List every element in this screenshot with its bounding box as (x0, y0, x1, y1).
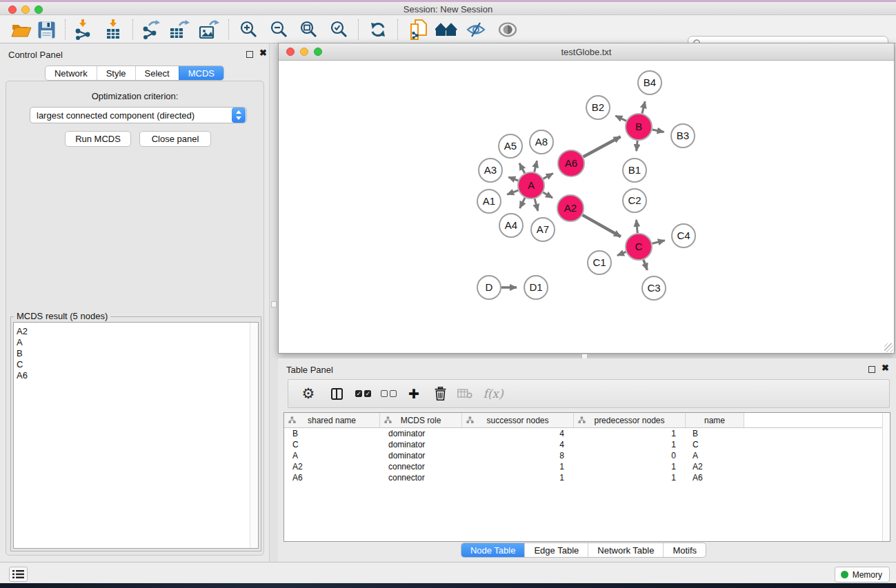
table-cell: C (284, 440, 380, 449)
select-all-columns-button[interactable] (351, 382, 375, 405)
graph-edge-A2-C[interactable] (582, 215, 620, 236)
function-builder-icon: f(x) (483, 387, 503, 401)
table-panel-title: Table Panel (286, 365, 333, 375)
tab-mcds[interactable]: MCDS (179, 66, 223, 80)
table-cell: B (284, 429, 380, 438)
plus-icon: ✚ (408, 387, 419, 401)
list-icon (12, 569, 24, 579)
optimization-criterion-select[interactable]: largest connected component (directed) (30, 107, 247, 123)
table-row[interactable]: Adominator80A (284, 450, 890, 461)
tab-motifs[interactable]: Motifs (663, 543, 706, 557)
mcds-result-item[interactable]: A2 (14, 326, 258, 337)
column-header-predecessor-nodes[interactable]: predecessor nodes (574, 413, 686, 427)
export-network-button[interactable] (138, 18, 163, 41)
optimization-criterion-label: Optimization criterion: (6, 91, 263, 101)
task-history-button[interactable] (9, 567, 28, 582)
table-scrollbar[interactable] (882, 413, 890, 541)
graph-edge-A-A7[interactable] (535, 199, 538, 211)
window-titlebar: Session: New Session (0, 2, 896, 15)
table-cell: B (686, 429, 744, 438)
deselect-all-columns-button[interactable] (377, 382, 400, 405)
graph-edge-A-A1[interactable] (507, 190, 518, 194)
table-cell: dominator (380, 429, 462, 438)
graph-edge-C-C3[interactable] (644, 260, 647, 270)
open-session-button[interactable] (9, 18, 34, 41)
add-column-button[interactable]: ✚ (402, 382, 426, 405)
table-row[interactable]: A6connector11A6 (284, 472, 890, 483)
table-row[interactable]: Cdominator41C (284, 439, 890, 450)
graph-edge-A-A3[interactable] (508, 177, 518, 181)
new-network-from-file-button[interactable] (406, 18, 431, 41)
table-cell: connector (380, 462, 462, 472)
session-title: Session: New Session (0, 4, 896, 14)
export-table-button[interactable] (167, 18, 192, 41)
float-panel-icon[interactable] (246, 51, 253, 58)
table-panel: Table Panel ✖ ⚙ ✚ (278, 358, 896, 562)
graph-edge-A-A2[interactable] (543, 192, 552, 198)
graph-node-label-A5: A5 (504, 140, 517, 152)
column-header-successor-nodes[interactable]: successor nodes (462, 413, 574, 427)
column-header-shared-name[interactable]: shared name (284, 413, 380, 427)
resize-grip-icon[interactable] (884, 343, 893, 352)
table-body: Bdominator41BCdominator41CAdominator80AA… (284, 428, 890, 483)
graph-edge-A-A5[interactable] (519, 163, 525, 174)
graph-edge-C-C1[interactable] (617, 252, 626, 255)
tab-network-table[interactable]: Network Table (588, 543, 663, 557)
network-window-titlebar[interactable]: testGlobe.txt (279, 43, 894, 61)
graph-edge-B-B1[interactable] (637, 141, 637, 151)
toolbar-separator (228, 19, 229, 40)
zoom-fit-button[interactable] (297, 18, 321, 41)
import-network-button[interactable] (70, 18, 95, 41)
zoom-out-button[interactable] (267, 18, 292, 41)
graph-edge-C-C2[interactable] (636, 220, 637, 233)
split-view-button[interactable] (325, 382, 348, 405)
hide-graphics-details-button[interactable] (464, 18, 488, 41)
close-table-panel-icon[interactable]: ✖ (882, 363, 889, 373)
import-table-button[interactable] (101, 18, 126, 41)
network-canvas[interactable]: B4B2BB3A8A5A6A3B1AA1C2A2A4A7C4CC1C3DD1 (279, 61, 894, 353)
save-session-button[interactable] (34, 18, 59, 41)
export-image-button[interactable] (197, 18, 221, 41)
show-view-button[interactable] (495, 18, 520, 41)
graph-edge-B-B4[interactable] (642, 101, 645, 113)
delete-column-button[interactable] (428, 382, 452, 405)
zoom-fit-icon (300, 21, 318, 39)
graph-edge-A6-B[interactable] (584, 136, 621, 156)
mcds-list-scrollbar[interactable] (250, 323, 258, 548)
table-settings-button[interactable]: ⚙ (297, 382, 320, 405)
mcds-result-item[interactable]: B (14, 348, 258, 359)
graph-edge-A-A8[interactable] (535, 161, 537, 172)
zoom-in-button[interactable] (237, 18, 261, 41)
graph-edge-B-B2[interactable] (615, 116, 626, 121)
table-row[interactable]: Bdominator41B (284, 428, 890, 439)
graph-edge-A-A6[interactable] (544, 173, 553, 179)
graph-edge-B-B3[interactable] (653, 130, 664, 132)
memory-button[interactable]: Memory (835, 567, 890, 582)
checked-boxes-icon (354, 387, 372, 400)
float-table-panel-icon[interactable] (868, 366, 875, 373)
close-panel-button[interactable]: Close panel (139, 131, 211, 147)
vertical-split-handle[interactable] (271, 301, 277, 307)
tab-select[interactable]: Select (135, 66, 179, 80)
select-stepper-icon (232, 108, 246, 123)
run-mcds-button[interactable]: Run MCDS (65, 131, 131, 147)
table-row[interactable]: A2connector11A2 (284, 461, 890, 472)
refresh-button[interactable] (366, 18, 390, 41)
save-floppy-icon (38, 21, 55, 39)
close-panel-icon[interactable]: ✖ (259, 48, 267, 58)
tab-edge-table[interactable]: Edge Table (524, 543, 588, 557)
network-view-window: testGlobe.txt B4B2BB3A8A5A6A3B1AA1C2A2A4… (278, 43, 895, 354)
graph-edge-A-A4[interactable] (520, 198, 526, 208)
zoom-selected-button[interactable] (327, 18, 352, 41)
table-toolbar: ⚙ ✚ (288, 379, 890, 408)
mcds-result-item[interactable]: C (14, 359, 258, 370)
column-header-MCDS-role[interactable]: MCDS role (380, 413, 462, 427)
graph-edge-C-C4[interactable] (652, 241, 664, 244)
home-button[interactable] (434, 18, 459, 41)
column-header-name[interactable]: name (686, 413, 744, 427)
tab-node-table[interactable]: Node Table (461, 543, 525, 557)
tab-network[interactable]: Network (46, 66, 97, 80)
mcds-result-item[interactable]: A6 (14, 370, 258, 381)
tab-style[interactable]: Style (97, 66, 135, 80)
mcds-result-item[interactable]: A (14, 337, 258, 348)
